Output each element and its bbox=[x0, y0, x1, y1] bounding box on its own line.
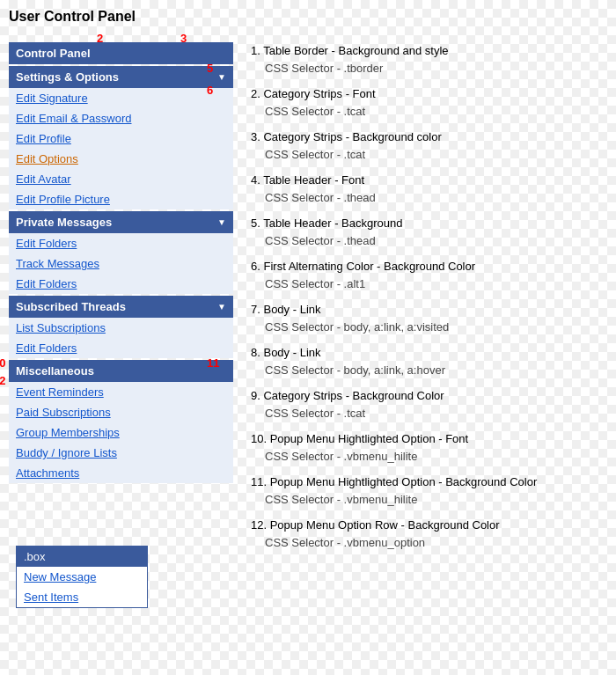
miscellaneous-links: Event Reminders Paid Subscriptions Group… bbox=[9, 382, 233, 483]
settings-arrow: ▼ bbox=[217, 72, 226, 82]
right-item-4: 4. Table Header - Font CSS Selector - .t… bbox=[251, 172, 607, 206]
annotation-10: 10 bbox=[0, 356, 5, 370]
right-item-9: 9. Category Strips - Background Color CS… bbox=[251, 387, 607, 422]
annotation-11: 11 bbox=[207, 356, 219, 370]
right-item-7: 7. Body - Link CSS Selector - body, a:li… bbox=[251, 301, 607, 335]
annotation-6: 6 bbox=[207, 84, 213, 97]
dropdown-new-message[interactable]: New Message bbox=[17, 567, 147, 587]
right-item-11: 11. Popup Menu Hightlighted Option - Bac… bbox=[251, 473, 607, 508]
right-item-1: 1. Table Border - Background and style C… bbox=[251, 42, 607, 77]
right-item-5: 5. Table Header - Background CSS Selecto… bbox=[251, 215, 607, 249]
left-panel: 1 2 3 4 5 6 7 8 9 10 11 12 Control Panel… bbox=[9, 42, 233, 560]
page-title: User Control Panel bbox=[0, 0, 616, 25]
right-item-12: 12. Popup Menu Option Row - Background C… bbox=[251, 517, 607, 551]
annotation-12: 12 bbox=[0, 374, 5, 387]
subscribed-threads-arrow: ▼ bbox=[217, 302, 226, 312]
subscribed-threads-header[interactable]: Subscribed Threads ▼ bbox=[9, 296, 233, 318]
private-messages-header[interactable]: Private Messages ▼ bbox=[9, 211, 233, 233]
private-edit-folders-link2[interactable]: Edit Folders bbox=[9, 274, 233, 294]
edit-profile-picture-link[interactable]: Edit Profile Picture bbox=[9, 189, 233, 209]
edit-email-password-link[interactable]: Edit Email & Password bbox=[9, 108, 233, 128]
buddy-ignore-lists-link[interactable]: Buddy / Ignore Lists bbox=[9, 443, 233, 463]
right-panel: 1. Table Border - Background and style C… bbox=[251, 42, 607, 560]
list-subscriptions-link[interactable]: List Subscriptions bbox=[9, 318, 233, 338]
subscribed-edit-folders-link[interactable]: Edit Folders bbox=[9, 338, 233, 358]
attachments-link[interactable]: Attachments bbox=[9, 463, 233, 483]
track-messages-link[interactable]: Track Messages bbox=[9, 253, 233, 274]
right-item-10: 10. Popup Menu Hightlighted Option - Fon… bbox=[251, 430, 607, 465]
right-item-3: 3. Category Strips - Background color CS… bbox=[251, 128, 607, 163]
group-memberships-link[interactable]: Group Memberships bbox=[9, 422, 233, 443]
private-messages-dropdown: .box New Message Sent Items bbox=[16, 546, 148, 608]
event-reminders-link[interactable]: Event Reminders bbox=[9, 382, 233, 402]
right-item-8: 8. Body - Link CSS Selector - body, a:li… bbox=[251, 344, 607, 378]
dropdown-sent-items[interactable]: Sent Items bbox=[17, 587, 147, 607]
annotation-2: 2 bbox=[97, 32, 103, 45]
edit-profile-link[interactable]: Edit Profile bbox=[9, 128, 233, 149]
control-panel-header[interactable]: Control Panel bbox=[9, 42, 233, 64]
edit-options-link[interactable]: Edit Options bbox=[9, 149, 233, 169]
right-item-2: 2. Category Strips - Font CSS Selector -… bbox=[251, 85, 607, 120]
dropdown-box[interactable]: .box bbox=[17, 547, 147, 567]
settings-options-links: Edit Signature Edit Email & Password Edi… bbox=[9, 88, 233, 209]
annotation-3: 3 bbox=[180, 32, 187, 45]
subscribed-threads-links: List Subscriptions Edit Folders bbox=[9, 318, 233, 358]
paid-subscriptions-link[interactable]: Paid Subscriptions bbox=[9, 402, 233, 422]
private-messages-arrow: ▼ bbox=[217, 217, 226, 227]
right-item-6: 6. First Alternating Color - Background … bbox=[251, 258, 607, 292]
annotation-5: 5 bbox=[207, 62, 213, 75]
edit-avatar-link[interactable]: Edit Avatar bbox=[9, 169, 233, 189]
edit-signature-link[interactable]: Edit Signature bbox=[9, 88, 233, 108]
private-edit-folders-link[interactable]: Edit Folders bbox=[9, 233, 233, 253]
miscellaneous-header[interactable]: Miscellaneous bbox=[9, 360, 233, 382]
settings-options-header[interactable]: Settings & Options ▼ bbox=[9, 66, 233, 88]
